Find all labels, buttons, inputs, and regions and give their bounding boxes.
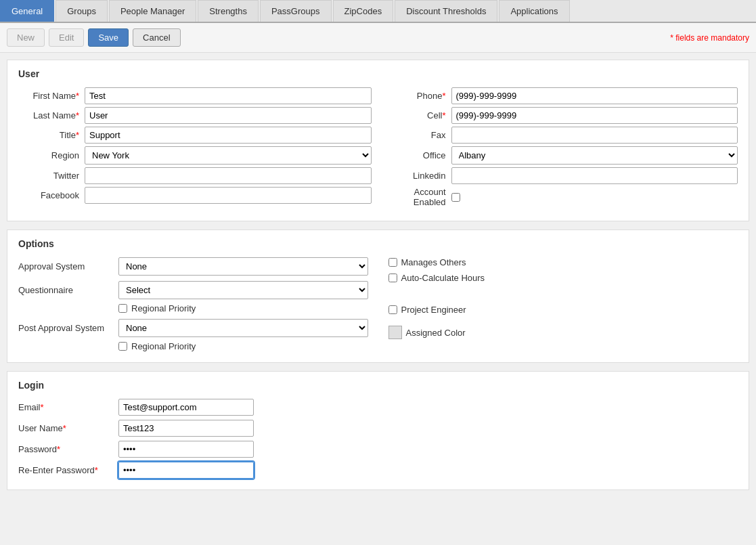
user-form-grid: First Name* Last Name* Title* Region New…: [18, 87, 738, 210]
cell-input[interactable]: [451, 107, 738, 124]
title-label: Title*: [18, 130, 79, 140]
email-label: Email*: [18, 402, 113, 412]
title-input[interactable]: [85, 127, 372, 144]
tab-people-manager[interactable]: People Manager: [109, 0, 196, 22]
region-row: Region New York Albany Buffalo: [18, 146, 372, 165]
phone-row: Phone*: [385, 87, 738, 104]
tab-bar: GeneralGroupsPeople ManagerStrengthsPass…: [0, 0, 756, 23]
edit-button[interactable]: Edit: [49, 28, 84, 47]
last-name-label: Last Name*: [18, 110, 79, 121]
fax-input[interactable]: [451, 127, 738, 144]
toolbar: New Edit Save Cancel * fields are mandat…: [0, 23, 756, 53]
email-input[interactable]: [118, 399, 254, 416]
questionnaire-regional-row: Regional Priority: [118, 303, 368, 313]
linkedin-input[interactable]: [451, 167, 738, 184]
first-name-input[interactable]: [85, 87, 372, 104]
twitter-label: Twitter: [18, 171, 79, 181]
options-left: Approval System None Option1 Questionnai…: [18, 257, 368, 351]
reenter-password-row: Re-Enter Password*: [18, 462, 738, 479]
cancel-button[interactable]: Cancel: [133, 28, 180, 47]
assigned-color-label: Assigned Color: [406, 328, 466, 338]
right-col: Phone* Cell* Fax Office Albany New York: [385, 87, 738, 210]
linkedin-row: Linkedin: [385, 167, 738, 184]
region-select[interactable]: New York Albany Buffalo: [85, 146, 372, 165]
title-row: Title*: [18, 127, 372, 144]
fax-row: Fax: [385, 127, 738, 144]
username-input[interactable]: [118, 420, 254, 437]
content: User First Name* Last Name* Title* Regio…: [0, 53, 756, 505]
facebook-row: Facebook: [18, 187, 372, 204]
password-row: Password*: [18, 441, 738, 458]
fax-label: Fax: [385, 130, 446, 140]
last-name-input[interactable]: [85, 107, 372, 124]
questionnaire-label: Questionnaire: [18, 285, 113, 295]
email-row: Email*: [18, 399, 738, 416]
approval-system-label: Approval System: [18, 261, 113, 271]
tab-passgroups[interactable]: PassGroups: [260, 0, 332, 22]
cell-row: Cell*: [385, 107, 738, 124]
tab-general[interactable]: General: [0, 0, 54, 22]
post-regional-priority-checkbox[interactable]: [118, 342, 127, 351]
mandatory-note: * fields are mandatory: [670, 33, 749, 43]
twitter-row: Twitter: [18, 167, 372, 184]
options-section: Options Approval System None Option1 Que…: [7, 230, 749, 363]
tab-groups[interactable]: Groups: [55, 0, 108, 22]
account-enabled-checkbox[interactable]: [451, 193, 460, 202]
manages-others-label: Manages Others: [401, 257, 466, 267]
left-col: First Name* Last Name* Title* Region New…: [18, 87, 372, 210]
options-right: Manages Others Auto-Calculate Hours Proj…: [388, 257, 738, 351]
tab-strengths[interactable]: Strengths: [198, 0, 259, 22]
project-engineer-checkbox[interactable]: [388, 305, 397, 314]
login-section-title: Login: [18, 380, 738, 391]
tab-zipcodes[interactable]: ZipCodes: [333, 0, 394, 22]
login-section: Login Email* User Name* Password* Re-Ent…: [7, 371, 749, 490]
first-name-label: First Name*: [18, 91, 79, 101]
save-button[interactable]: Save: [88, 28, 129, 47]
questionnaire-select[interactable]: Select Option1: [118, 281, 368, 299]
questionnaire-regional-priority-label: Regional Priority: [131, 303, 196, 313]
linkedin-label: Linkedin: [385, 171, 446, 181]
facebook-label: Facebook: [18, 190, 79, 200]
tab-discount-thresholds[interactable]: Discount Thresholds: [395, 0, 497, 22]
manages-others-checkbox[interactable]: [388, 258, 397, 267]
approval-system-row: Approval System None Option1: [18, 257, 368, 276]
login-grid: Email* User Name* Password* Re-Enter Pas…: [18, 399, 738, 479]
auto-calculate-label: Auto-Calculate Hours: [401, 273, 485, 283]
password-input[interactable]: [118, 441, 254, 458]
account-enabled-label: Account Enabled: [385, 187, 446, 207]
cell-label: Cell*: [385, 110, 446, 121]
username-row: User Name*: [18, 420, 738, 437]
questionnaire-regional-priority-checkbox[interactable]: [118, 304, 127, 313]
phone-input[interactable]: [451, 87, 738, 104]
reenter-password-label: Re-Enter Password*: [18, 465, 113, 475]
reenter-password-input[interactable]: [118, 462, 254, 479]
last-name-row: Last Name*: [18, 107, 372, 124]
post-regional-priority-label: Regional Priority: [131, 341, 196, 351]
approval-system-select[interactable]: None Option1: [118, 257, 368, 276]
assigned-color-row: Assigned Color: [388, 326, 738, 339]
user-section-title: User: [18, 68, 738, 79]
new-button[interactable]: New: [7, 28, 45, 47]
questionnaire-row: Questionnaire Select Option1: [18, 281, 368, 299]
office-label: Office: [385, 150, 446, 160]
phone-label: Phone*: [385, 91, 446, 101]
post-approval-row: Post Approval System None Option1: [18, 319, 368, 337]
password-label: Password*: [18, 444, 113, 454]
region-label: Region: [18, 150, 79, 160]
office-row: Office Albany New York Buffalo: [385, 146, 738, 165]
post-approval-label: Post Approval System: [18, 323, 113, 333]
account-enabled-row: Account Enabled: [385, 187, 738, 207]
username-label: User Name*: [18, 423, 113, 433]
first-name-row: First Name*: [18, 87, 372, 104]
post-approval-select[interactable]: None Option1: [118, 319, 368, 337]
facebook-input[interactable]: [85, 187, 372, 204]
office-select[interactable]: Albany New York Buffalo: [451, 146, 738, 165]
user-section: User First Name* Last Name* Title* Regio…: [7, 60, 749, 221]
post-regional-row: Regional Priority: [118, 341, 368, 351]
color-box: [388, 326, 402, 339]
toolbar-left: New Edit Save Cancel: [7, 28, 181, 47]
project-engineer-label: Project Engineer: [401, 305, 466, 315]
auto-calculate-checkbox[interactable]: [388, 274, 397, 282]
tab-applications[interactable]: Applications: [499, 0, 569, 22]
twitter-input[interactable]: [85, 167, 372, 184]
